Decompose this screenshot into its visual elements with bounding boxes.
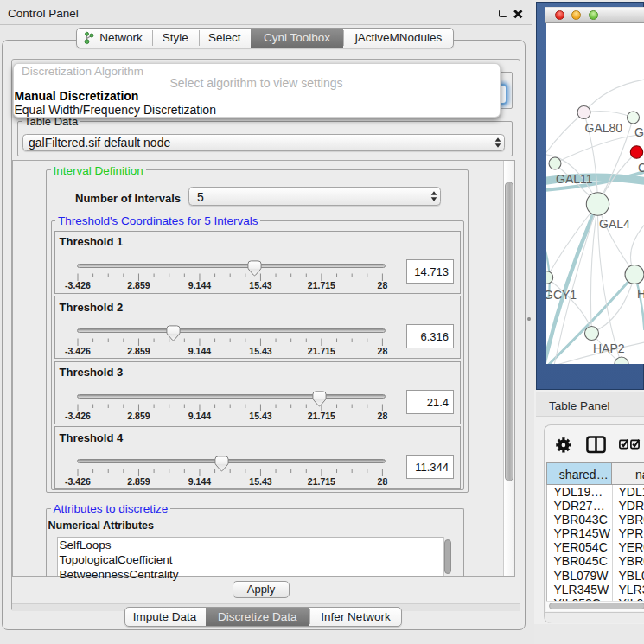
svg-text:GAL11: GAL11 bbox=[556, 172, 593, 186]
svg-text:GCY1: GCY1 bbox=[546, 288, 577, 302]
svg-text:C: C bbox=[638, 161, 644, 175]
svg-text:GAL80: GAL80 bbox=[584, 121, 622, 135]
svg-text:HAP2: HAP2 bbox=[593, 341, 625, 355]
svg-text:GA: GA bbox=[634, 125, 644, 139]
svg-text:GAL4: GAL4 bbox=[599, 217, 630, 231]
svg-text:H: H bbox=[637, 287, 644, 301]
